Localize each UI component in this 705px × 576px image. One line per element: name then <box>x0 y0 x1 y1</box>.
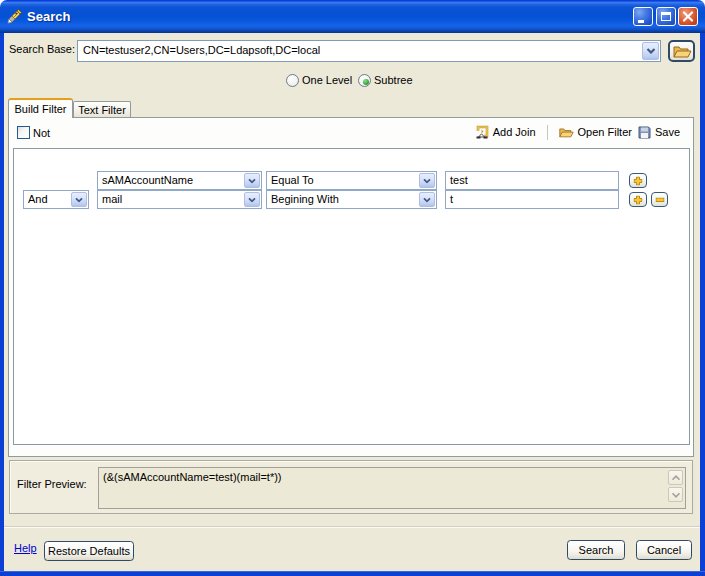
radio-subtree[interactable] <box>358 74 371 87</box>
attribute-dropdown-button-row1[interactable] <box>244 173 260 188</box>
operator-value-row2: Begining With <box>271 193 339 205</box>
help-link[interactable]: Help <box>14 542 37 554</box>
pen-icon <box>7 8 23 24</box>
chevron-down-icon <box>248 197 256 202</box>
close-icon <box>679 8 697 25</box>
filter-preview-textarea[interactable]: (&(sAMAccountName=test)(mail=t*)) <box>98 467 686 509</box>
attribute-combobox-row1[interactable]: sAMAccountName <box>97 171 262 190</box>
save-label: Save <box>655 126 680 138</box>
operator-combobox-row1[interactable]: Equal To <box>266 171 437 190</box>
search-base-value: CN=testuser2,CN=Users,DC=Ldapsoft,DC=loc… <box>83 44 320 56</box>
filter-toolbar: Not Add Join Open Filter <box>8 117 694 148</box>
operator-value-row1: Equal To <box>271 174 314 186</box>
chevron-down-icon <box>646 48 655 54</box>
cancel-button[interactable]: Cancel <box>636 540 692 560</box>
join-value-row2: And <box>28 193 48 205</box>
search-base-dropdown-button[interactable] <box>642 42 659 60</box>
search-base-label: Search Base: <box>9 43 75 55</box>
open-filter-folder-icon <box>559 127 574 138</box>
operator-dropdown-button-row1[interactable] <box>419 173 435 188</box>
tab-text-filter[interactable]: Text Filter <box>73 101 131 118</box>
chevron-down-icon <box>423 178 431 183</box>
radio-one-level[interactable] <box>286 74 299 87</box>
value-input-row2[interactable]: t <box>445 190 619 209</box>
attribute-value-row2: mail <box>102 193 122 205</box>
attribute-dropdown-button-row2[interactable] <box>244 192 260 207</box>
search-base-combobox[interactable]: CN=testuser2,CN=Users,DC=Ldapsoft,DC=loc… <box>77 40 661 62</box>
join-combobox-row2[interactable]: And <box>23 190 89 209</box>
open-filter-button[interactable]: Open Filter <box>559 126 632 138</box>
minus-icon <box>655 197 664 202</box>
window-bottom-border <box>0 571 705 576</box>
open-filter-label: Open Filter <box>578 126 632 138</box>
filter-preview-label: Filter Preview: <box>17 478 87 490</box>
join-dropdown-button-row2[interactable] <box>71 192 87 207</box>
plus-icon <box>634 195 643 204</box>
add-join-icon <box>475 125 489 139</box>
scroll-down-button[interactable] <box>668 487 683 502</box>
radio-subtree-circle <box>358 74 371 87</box>
minimize-button[interactable] <box>633 7 653 26</box>
open-folder-icon <box>673 45 692 58</box>
chevron-down-icon <box>248 178 256 183</box>
value-text-row2: t <box>450 193 453 205</box>
add-row-button-row2[interactable] <box>629 192 647 207</box>
filter-preview-value: (&(sAMAccountName=test)(mail=t*)) <box>103 471 282 483</box>
maximize-button[interactable] <box>656 7 676 26</box>
add-row-button-row1[interactable] <box>629 173 647 188</box>
browse-search-base-button[interactable] <box>668 40 695 62</box>
toolbar-separator <box>547 125 548 140</box>
minimize-icon <box>638 20 644 23</box>
add-join-label: Add Join <box>493 126 536 138</box>
scroll-up-button[interactable] <box>668 470 683 485</box>
not-checkbox[interactable] <box>17 126 30 139</box>
value-input-row1[interactable]: test <box>445 171 619 190</box>
radio-one-level-circle <box>286 74 299 87</box>
chevron-down-icon <box>671 492 680 498</box>
footer-separator <box>4 526 700 528</box>
restore-defaults-button[interactable]: Restore Defaults <box>44 541 134 561</box>
chevron-up-icon <box>671 475 680 481</box>
attribute-combobox-row2[interactable]: mail <box>97 190 262 209</box>
save-button[interactable]: Save <box>638 126 680 139</box>
attribute-value-row1: sAMAccountName <box>102 174 193 186</box>
chevron-down-icon <box>75 197 83 202</box>
search-dialog-window: Search Search Base: CN=testuser2,CN=User… <box>0 0 705 576</box>
radio-subtree-label[interactable]: Subtree <box>374 74 413 86</box>
remove-row-button-row2[interactable] <box>651 192 668 207</box>
operator-dropdown-button-row2[interactable] <box>419 192 435 207</box>
value-text-row1: test <box>450 174 468 186</box>
operator-combobox-row2[interactable]: Begining With <box>266 190 437 209</box>
radio-subtree-dot <box>363 79 369 85</box>
chevron-down-icon <box>423 197 431 202</box>
tab-build-filter[interactable]: Build Filter <box>8 98 73 118</box>
not-label: Not <box>33 127 50 139</box>
close-button[interactable] <box>678 7 698 26</box>
save-icon <box>638 126 651 139</box>
radio-one-level-label[interactable]: One Level <box>302 74 352 86</box>
window-title: Search <box>27 9 70 24</box>
titlebar[interactable]: Search <box>0 0 705 33</box>
maximize-icon <box>661 12 671 21</box>
plus-icon <box>634 176 643 185</box>
search-button[interactable]: Search <box>567 540 625 560</box>
add-join-button[interactable]: Add Join <box>475 125 536 139</box>
